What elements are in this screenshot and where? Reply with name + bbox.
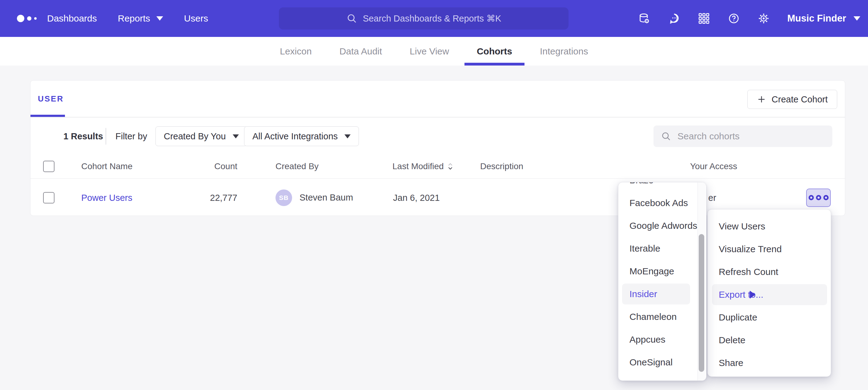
submenu-scrollbar-thumb[interactable] [699, 234, 704, 372]
cohort-name-link[interactable]: Power Users [81, 193, 132, 203]
menu-item-visualize-trend[interactable]: Visualize Trend [708, 238, 831, 261]
table-header-row: Cohort Name Count Created By Last Modifi… [30, 154, 845, 179]
cohorts-card: USER Create Cohort 1 Results Filter by C… [30, 80, 845, 216]
more-dots-icon [824, 195, 829, 200]
top-navbar: Dashboards Reports Users Search Dashboar… [0, 0, 868, 37]
project-name: Music Finder [787, 13, 846, 24]
menu-item-view-users[interactable]: View Users [708, 215, 831, 238]
section-tabs: Lexicon Data Audit Live View Cohorts Int… [0, 37, 868, 66]
cohort-search-input[interactable]: Search cohorts [653, 126, 832, 147]
results-count: 1 Results [63, 131, 103, 141]
col-header-your-access[interactable]: Your Access [690, 161, 737, 171]
submenu-item-appcues[interactable]: Appcues [618, 328, 706, 351]
more-dots-icon [816, 195, 821, 200]
feedback-icon[interactable] [668, 12, 680, 25]
project-switcher[interactable]: Music Finder [787, 13, 860, 24]
col-header-cohort-name[interactable]: Cohort Name [81, 161, 133, 171]
creator-name: Steven Baum [300, 193, 353, 203]
submenu-item-google-adwords[interactable]: Google Adwords [618, 215, 706, 237]
submenu-item-chameleon[interactable]: Chameleon [618, 305, 706, 328]
filter-by-label: Filter by [116, 131, 147, 141]
divider [105, 128, 106, 144]
submenu-item-iterable[interactable]: Iterable [618, 237, 706, 260]
global-search-placeholder: Search Dashboards & Reports ⌘K [363, 13, 501, 24]
active-tab-underline [464, 63, 525, 66]
chevron-down-icon [233, 134, 239, 138]
search-icon [346, 13, 358, 24]
col-header-count[interactable]: Count [184, 161, 237, 171]
sort-icon [447, 162, 453, 170]
nav-item-label: Users [184, 13, 208, 24]
create-cohort-label: Create Cohort [772, 94, 828, 105]
cohort-count: 22,777 [184, 193, 237, 203]
submenu-item-onesignal[interactable]: OneSignal [618, 351, 706, 374]
menu-item-delete[interactable]: Delete [708, 329, 831, 352]
menu-item-share[interactable]: Share [708, 352, 831, 374]
submenu-item-insider[interactable]: Insider [618, 283, 706, 305]
integrations-filter-dropdown[interactable]: All Active Integrations [244, 126, 359, 146]
tab-data-audit[interactable]: Data Audit [327, 37, 394, 66]
tab-integrations[interactable]: Integrations [528, 37, 600, 66]
more-dots-icon [809, 195, 814, 200]
your-access-value-partial: er [708, 193, 716, 203]
tab-cohorts[interactable]: Cohorts [464, 37, 525, 66]
created-by-cell: SB Steven Baum [276, 190, 353, 206]
mixpanel-dots-logo[interactable] [17, 15, 38, 22]
nav-item-reports[interactable]: Reports [118, 13, 163, 24]
export-to-submenu: Braze Facebook Ads Google Adwords Iterab… [618, 182, 706, 381]
help-icon[interactable] [727, 12, 740, 25]
row-more-actions-button[interactable] [806, 189, 831, 207]
submenu-item-braze[interactable]: Braze [618, 182, 706, 192]
select-all-checkbox[interactable] [43, 161, 55, 172]
plus-icon [757, 95, 766, 104]
submenu-item-facebook-ads[interactable]: Facebook Ads [618, 192, 706, 215]
col-header-description[interactable]: Description [480, 161, 523, 171]
nav-item-label: Reports [118, 13, 150, 24]
global-search-input[interactable]: Search Dashboards & Reports ⌘K [279, 7, 568, 30]
divider [30, 117, 845, 118]
menu-item-export-to[interactable]: Export to... [708, 283, 831, 306]
search-icon [661, 131, 671, 141]
filter-bar: 1 Results Filter by Created By You All A… [30, 126, 845, 147]
chevron-down-icon [156, 16, 163, 21]
row-actions-menu: View Users Visualize Trend Refresh Count… [707, 209, 831, 377]
data-management-icon[interactable] [638, 12, 650, 25]
create-cohort-button[interactable]: Create Cohort [747, 90, 837, 109]
settings-gear-icon[interactable] [757, 12, 770, 25]
col-header-last-modified[interactable]: Last Modified [393, 161, 453, 171]
tab-lexicon[interactable]: Lexicon [268, 37, 324, 66]
row-checkbox[interactable] [43, 192, 55, 203]
apps-grid-icon[interactable] [698, 12, 710, 25]
submenu-scrollbar-track[interactable] [698, 183, 706, 381]
chevron-down-icon [854, 16, 860, 21]
col-header-created-by[interactable]: Created By [276, 161, 318, 171]
chevron-down-icon [344, 134, 350, 138]
nav-item-users[interactable]: Users [184, 13, 208, 24]
cohort-search-placeholder: Search cohorts [678, 131, 740, 141]
created-by-filter-dropdown[interactable]: Created By You [155, 126, 247, 146]
menu-item-refresh-count[interactable]: Refresh Count [708, 261, 831, 283]
avatar: SB [276, 190, 292, 206]
menu-item-duplicate[interactable]: Duplicate [708, 306, 831, 329]
submenu-arrow-icon [750, 291, 755, 299]
submenu-item-moengage[interactable]: MoEngage [618, 260, 706, 283]
nav-item-label: Dashboards [47, 13, 97, 24]
nav-item-dashboards[interactable]: Dashboards [47, 13, 97, 24]
tab-live-view[interactable]: Live View [397, 37, 461, 66]
last-modified-date: Jan 6, 2021 [393, 193, 440, 203]
tab-user-cohorts[interactable]: USER [38, 94, 64, 104]
